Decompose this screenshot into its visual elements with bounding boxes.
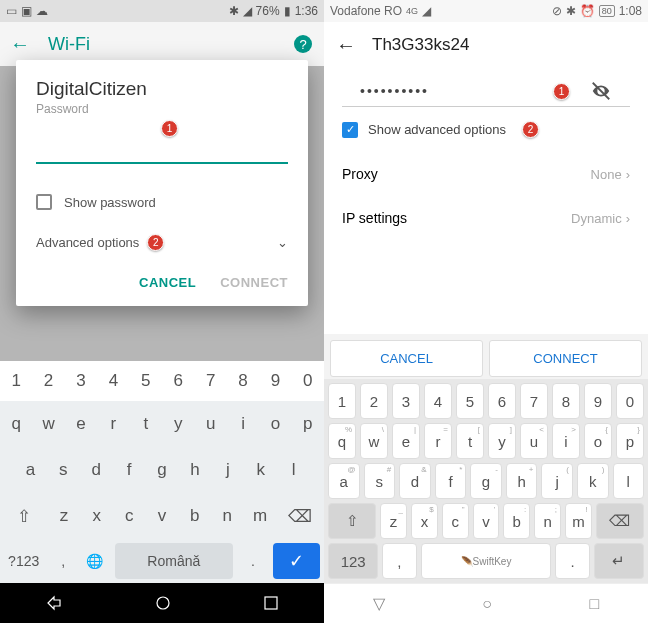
key-i[interactable]: i> bbox=[552, 423, 580, 459]
show-advanced-checkbox[interactable]: ✓ bbox=[342, 122, 358, 138]
cancel-button[interactable]: CANCEL bbox=[330, 340, 483, 377]
key-n[interactable]: n; bbox=[534, 503, 561, 539]
nav-recent-icon[interactable] bbox=[264, 596, 278, 610]
key-t[interactable]: t bbox=[131, 404, 161, 444]
key-m[interactable]: m! bbox=[565, 503, 592, 539]
key-e[interactable]: e| bbox=[392, 423, 420, 459]
key-2[interactable]: 2 bbox=[32, 361, 64, 401]
key-5[interactable]: 5 bbox=[456, 383, 484, 419]
key-m[interactable]: m bbox=[245, 496, 276, 536]
key-q[interactable]: q% bbox=[328, 423, 356, 459]
connect-button[interactable]: CONNECT bbox=[489, 340, 642, 377]
key-s[interactable]: s# bbox=[364, 463, 396, 499]
key-o[interactable]: o bbox=[260, 404, 290, 444]
key-4[interactable]: 4 bbox=[424, 383, 452, 419]
key-c[interactable]: c" bbox=[442, 503, 469, 539]
comma-key[interactable]: , bbox=[382, 543, 416, 579]
nav-back-icon[interactable]: ▽ bbox=[373, 594, 385, 613]
key-9[interactable]: 9 bbox=[584, 383, 612, 419]
key-g[interactable]: g bbox=[147, 450, 178, 490]
key-1[interactable]: 1 bbox=[0, 361, 32, 401]
key-q[interactable]: q bbox=[1, 404, 31, 444]
enter-key[interactable]: ✓ bbox=[273, 543, 320, 579]
key-y[interactable]: y bbox=[163, 404, 193, 444]
key-w[interactable]: w bbox=[33, 404, 63, 444]
shift-key[interactable]: ⇧ bbox=[328, 503, 376, 539]
key-h[interactable]: h+ bbox=[506, 463, 538, 499]
show-advanced-row[interactable]: ✓ Show advanced options 2 bbox=[324, 107, 648, 152]
key-j[interactable]: j( bbox=[541, 463, 573, 499]
key-l[interactable]: l bbox=[278, 450, 309, 490]
key-5[interactable]: 5 bbox=[130, 361, 162, 401]
key-c[interactable]: c bbox=[114, 496, 145, 536]
key-k[interactable]: k) bbox=[577, 463, 609, 499]
period-key[interactable]: . bbox=[237, 539, 269, 583]
key-u[interactable]: u bbox=[195, 404, 225, 444]
key-z[interactable]: z_ bbox=[380, 503, 407, 539]
key-y[interactable]: y] bbox=[488, 423, 516, 459]
key-f[interactable]: f bbox=[114, 450, 145, 490]
period-key[interactable]: . bbox=[555, 543, 589, 579]
key-e[interactable]: e bbox=[66, 404, 96, 444]
key-r[interactable]: r bbox=[98, 404, 128, 444]
nav-home-icon[interactable]: ○ bbox=[482, 595, 492, 613]
key-6[interactable]: 6 bbox=[162, 361, 194, 401]
key-4[interactable]: 4 bbox=[97, 361, 129, 401]
key-a[interactable]: a bbox=[15, 450, 46, 490]
key-v[interactable]: v bbox=[147, 496, 178, 536]
symbols-key[interactable]: 123 bbox=[328, 543, 378, 579]
key-n[interactable]: n bbox=[212, 496, 243, 536]
key-b[interactable]: b: bbox=[503, 503, 530, 539]
comma-key[interactable]: , bbox=[47, 539, 79, 583]
key-s[interactable]: s bbox=[48, 450, 79, 490]
globe-key[interactable]: 🌐 bbox=[79, 539, 111, 583]
key-j[interactable]: j bbox=[212, 450, 243, 490]
key-0[interactable]: 0 bbox=[616, 383, 644, 419]
enter-key[interactable]: ↵ bbox=[594, 543, 644, 579]
password-field-row[interactable]: •••••••••• 1 bbox=[342, 68, 630, 107]
key-h[interactable]: h bbox=[179, 450, 210, 490]
key-z[interactable]: z bbox=[49, 496, 80, 536]
nav-back-icon[interactable] bbox=[46, 595, 62, 611]
key-8[interactable]: 8 bbox=[552, 383, 580, 419]
key-w[interactable]: w\ bbox=[360, 423, 388, 459]
back-icon[interactable]: ← bbox=[336, 34, 356, 57]
password-input[interactable] bbox=[36, 142, 288, 164]
nav-recent-icon[interactable]: □ bbox=[590, 595, 600, 613]
backspace-key[interactable]: ⌫ bbox=[277, 496, 323, 536]
key-u[interactable]: u< bbox=[520, 423, 548, 459]
key-l[interactable]: l bbox=[613, 463, 645, 499]
key-x[interactable]: x bbox=[81, 496, 112, 536]
key-r[interactable]: r= bbox=[424, 423, 452, 459]
visibility-off-icon[interactable] bbox=[590, 80, 612, 102]
symbols-key[interactable]: ?123 bbox=[0, 539, 47, 583]
key-7[interactable]: 7 bbox=[520, 383, 548, 419]
key-d[interactable]: d& bbox=[399, 463, 431, 499]
advanced-options-row[interactable]: Advanced options 2 ⌄ bbox=[36, 224, 288, 269]
key-f[interactable]: f* bbox=[435, 463, 467, 499]
key-k[interactable]: k bbox=[245, 450, 276, 490]
key-p[interactable]: p bbox=[293, 404, 323, 444]
key-o[interactable]: o{ bbox=[584, 423, 612, 459]
key-x[interactable]: x$ bbox=[411, 503, 438, 539]
key-2[interactable]: 2 bbox=[360, 383, 388, 419]
show-password-checkbox[interactable] bbox=[36, 194, 52, 210]
key-3[interactable]: 3 bbox=[65, 361, 97, 401]
backspace-key[interactable]: ⌫ bbox=[596, 503, 644, 539]
nav-home-icon[interactable] bbox=[155, 595, 171, 611]
key-3[interactable]: 3 bbox=[392, 383, 420, 419]
key-9[interactable]: 9 bbox=[259, 361, 291, 401]
help-icon[interactable]: ? bbox=[294, 35, 312, 53]
key-8[interactable]: 8 bbox=[227, 361, 259, 401]
proxy-row[interactable]: Proxy None› bbox=[324, 152, 648, 196]
key-v[interactable]: v' bbox=[473, 503, 500, 539]
shift-key[interactable]: ⇧ bbox=[1, 496, 47, 536]
key-p[interactable]: p} bbox=[616, 423, 644, 459]
key-0[interactable]: 0 bbox=[292, 361, 324, 401]
space-key[interactable]: Română bbox=[115, 543, 233, 579]
key-7[interactable]: 7 bbox=[194, 361, 226, 401]
key-a[interactable]: a@ bbox=[328, 463, 360, 499]
key-d[interactable]: d bbox=[81, 450, 112, 490]
key-1[interactable]: 1 bbox=[328, 383, 356, 419]
back-icon[interactable]: ← bbox=[10, 33, 30, 56]
